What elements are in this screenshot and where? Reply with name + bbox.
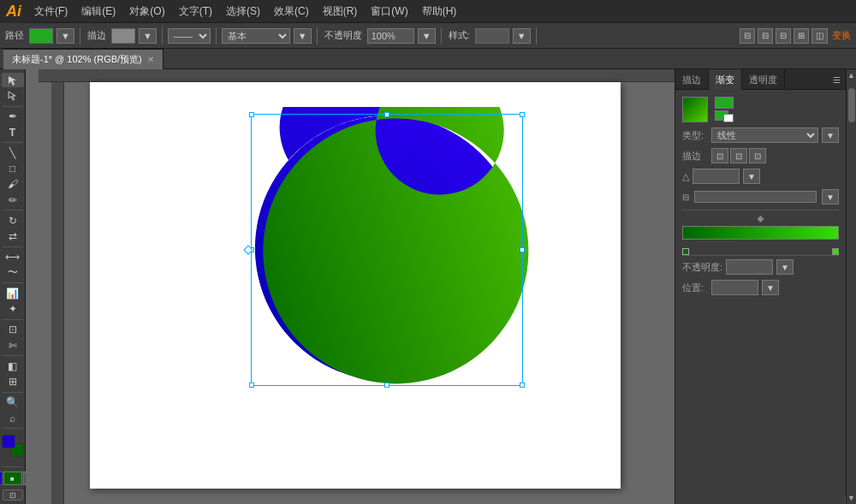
- fill-swatch[interactable]: [29, 28, 53, 44]
- line-style-select[interactable]: 基本: [222, 28, 290, 44]
- transform-btn[interactable]: ◫: [811, 28, 828, 44]
- selection-tool-btn[interactable]: [2, 73, 24, 87]
- tools-panel: ✒ T ╲ □ 🖌 ✏ ↻ ⇄ ⟷ 〜 📊 ✦ ⊡ ✄ ◧ ⊞ 🔍 ⌕: [0, 69, 26, 504]
- tool-sep-6: [3, 319, 23, 320]
- stroke-options-label: 描边: [682, 150, 708, 163]
- align-right-btn[interactable]: ⊟: [776, 28, 791, 44]
- align-center-btn[interactable]: ⊟: [758, 28, 773, 44]
- menu-view[interactable]: 视图(R): [316, 0, 365, 23]
- stroke-swatch[interactable]: [111, 28, 135, 44]
- stroke-btn-1[interactable]: ⊡: [711, 148, 728, 163]
- stroke-weight-select[interactable]: ——: [168, 28, 211, 44]
- vertical-scrollbar[interactable]: ▲ ▼: [846, 69, 856, 504]
- style-swatch[interactable]: [475, 28, 509, 44]
- tool-sep-7: [3, 355, 23, 356]
- extra-dropdown-btn[interactable]: ▼: [822, 189, 839, 205]
- fg-color-swatch-panel[interactable]: [715, 97, 734, 109]
- panel-resize-handle[interactable]: [837, 495, 846, 504]
- opacity-input-panel[interactable]: 100%: [726, 259, 773, 275]
- width-tool-btn[interactable]: ⟷: [2, 250, 24, 264]
- align-left-btn[interactable]: ⊟: [740, 28, 755, 44]
- menu-bar: Ai 文件(F) 编辑(E) 对象(O) 文字(T) 选择(S) 效果(C) 视…: [0, 0, 856, 23]
- position-dropdown-btn[interactable]: ▼: [762, 280, 779, 295]
- position-row: 位置: 0% ▼: [682, 280, 839, 295]
- angle-input[interactable]: -80.8°: [693, 169, 740, 184]
- rect-tool-btn[interactable]: □: [2, 161, 24, 175]
- sep3: [216, 27, 217, 44]
- opacity-dropdown-btn[interactable]: ▼: [418, 28, 436, 44]
- gradient-type-select[interactable]: 线性: [711, 127, 818, 143]
- menu-edit[interactable]: 编辑(E): [74, 0, 122, 23]
- warp-tool-btn[interactable]: 〜: [2, 265, 24, 280]
- document-tab[interactable]: 未标题-1* @ 102% (RGB/预览) ✕: [3, 49, 163, 69]
- angle-dropdown-btn[interactable]: ▼: [743, 169, 760, 184]
- opacity-dropdown-btn-panel[interactable]: ▼: [776, 259, 794, 275]
- tool-sep-9: [3, 428, 23, 429]
- stroke-dropdown-btn[interactable]: ▼: [139, 28, 157, 44]
- menu-file[interactable]: 文件(F): [27, 0, 74, 23]
- distribute-btn[interactable]: ⊞: [794, 28, 809, 44]
- position-input[interactable]: 0%: [711, 280, 758, 295]
- menu-help[interactable]: 帮助(H): [415, 0, 464, 23]
- scroll-thumb[interactable]: [848, 88, 855, 122]
- pencil-tool-btn[interactable]: ✏: [2, 193, 24, 207]
- stroke-color-swatch-panel[interactable]: [715, 110, 734, 122]
- path-label: 路径: [3, 29, 26, 42]
- angle-icon: △: [682, 171, 689, 182]
- tool-sep-2: [3, 142, 23, 143]
- stroke-btn-2[interactable]: ⊡: [730, 148, 747, 163]
- gradient-preview-swatch[interactable]: [682, 97, 708, 122]
- divider-2: [682, 255, 839, 256]
- transparency-tab[interactable]: 透明度: [742, 69, 785, 90]
- mesh-tool-btn[interactable]: ⊞: [2, 375, 24, 389]
- properties-toolbar: 路径 ▼ 描边 ▼ —— 基本 ▼ 不透明度 ▼ 样式: ▼ ⊟ ⊟ ⊟ ⊞ ◫…: [0, 23, 856, 49]
- gradient-midpoint-indicator[interactable]: [758, 216, 764, 222]
- menu-window[interactable]: 窗口(W): [364, 0, 414, 23]
- zoom-tool-btn[interactable]: ⌕: [2, 411, 24, 425]
- opacity-row: 不透明度: 100% ▼: [682, 259, 839, 275]
- fill-dropdown-btn[interactable]: ▼: [56, 28, 74, 44]
- slice-tool-btn[interactable]: ✄: [2, 338, 24, 353]
- gradient-stop-right[interactable]: [832, 248, 839, 255]
- tab-close-btn[interactable]: ✕: [147, 55, 154, 64]
- graph-tool-btn[interactable]: 📊: [2, 286, 24, 300]
- rotate-tool-btn[interactable]: ↻: [2, 213, 24, 228]
- line-dropdown-btn[interactable]: ▼: [294, 28, 312, 44]
- opacity-label: 不透明度: [323, 29, 364, 42]
- menu-text[interactable]: 文字(T): [172, 0, 219, 23]
- foreground-swatch[interactable]: [2, 435, 15, 448]
- mirror-tool-btn[interactable]: ⇄: [2, 229, 24, 244]
- gradient-mode-btn[interactable]: ■: [3, 471, 22, 485]
- normal-mode-btn[interactable]: ■: [0, 471, 3, 485]
- menu-object[interactable]: 对象(O): [122, 0, 171, 23]
- tool-sep-5: [3, 282, 23, 283]
- screen-mode-btn[interactable]: ⊡: [3, 489, 23, 501]
- extra-icon: ⊟: [682, 193, 689, 202]
- eyedropper-tool-btn[interactable]: 🔍: [2, 395, 24, 410]
- gradient-tool-btn[interactable]: ◧: [2, 359, 24, 373]
- sep4: [317, 27, 318, 44]
- line-tool-btn[interactable]: ╲: [2, 145, 24, 160]
- opacity-input[interactable]: [367, 28, 414, 44]
- gradient-swatch-row: [682, 97, 839, 122]
- menu-select[interactable]: 选择(S): [219, 0, 267, 23]
- scroll-down-arrow[interactable]: ▼: [847, 494, 855, 502]
- scroll-up-arrow[interactable]: ▲: [847, 71, 855, 80]
- gradient-stop-left[interactable]: [682, 248, 689, 255]
- stroke-tab[interactable]: 描边: [675, 69, 709, 90]
- panel-menu-btn[interactable]: ☰: [828, 69, 846, 90]
- pen-tool-btn[interactable]: ✒: [2, 110, 24, 124]
- style-dropdown-btn[interactable]: ▼: [513, 28, 531, 44]
- gradient-tab[interactable]: 渐变: [709, 69, 742, 90]
- type-dropdown-btn[interactable]: ▼: [822, 127, 839, 143]
- brush-tool-btn[interactable]: 🖌: [2, 177, 24, 192]
- stroke-btn-3[interactable]: ⊡: [749, 148, 766, 163]
- type-label: 类型:: [682, 129, 708, 142]
- menu-effect[interactable]: 效果(C): [267, 0, 316, 23]
- gradient-bar[interactable]: [682, 226, 839, 240]
- sep6: [536, 27, 537, 44]
- artboard-tool-btn[interactable]: ⊡: [2, 323, 24, 337]
- symbol-tool-btn[interactable]: ✦: [2, 302, 24, 317]
- direct-selection-tool-btn[interactable]: [2, 88, 24, 103]
- text-tool-btn[interactable]: T: [2, 125, 24, 139]
